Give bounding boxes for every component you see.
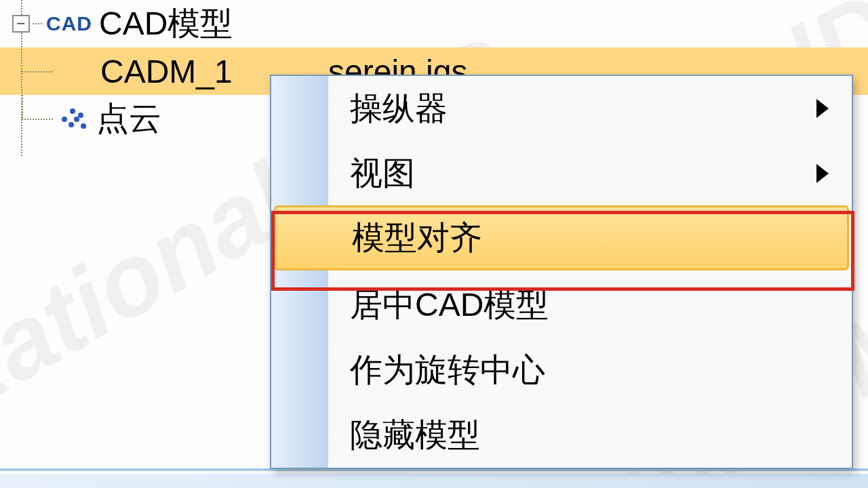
cad-icon: CAD	[46, 12, 92, 35]
tree-expander-minus-icon[interactable]: −	[12, 15, 30, 33]
menu-item-label: 模型对齐	[352, 216, 482, 260]
tree-node-cad-root[interactable]: − CAD CAD模型	[0, 0, 868, 47]
status-bar	[0, 474, 868, 488]
menu-item-label: 隐藏模型	[350, 413, 480, 457]
menu-item-rotation-center[interactable]: 作为旋转中心	[271, 338, 852, 403]
menu-item-manipulator[interactable]: 操纵器	[271, 76, 852, 141]
submenu-arrow-icon	[816, 99, 829, 118]
menu-item-label: 作为旋转中心	[350, 348, 545, 392]
context-menu: 操纵器 视图 模型对齐 居中CAD模型 作为旋转中心 隐藏模型	[270, 75, 853, 469]
tree-node-label: CAD模型	[99, 2, 302, 45]
pointcloud-icon	[60, 107, 90, 130]
submenu-arrow-icon	[816, 164, 829, 183]
menu-item-model-align[interactable]: 模型对齐	[274, 205, 849, 270]
menu-item-label: 操纵器	[350, 87, 448, 130]
menu-item-view[interactable]: 视图	[271, 141, 852, 206]
menu-item-center-cad[interactable]: 居中CAD模型	[271, 272, 852, 338]
menu-item-label: 视图	[350, 152, 415, 195]
menu-item-hide-model[interactable]: 隐藏模型	[271, 403, 852, 468]
tree-node-label: 点云	[96, 97, 300, 140]
menu-item-label: 居中CAD模型	[350, 283, 549, 327]
